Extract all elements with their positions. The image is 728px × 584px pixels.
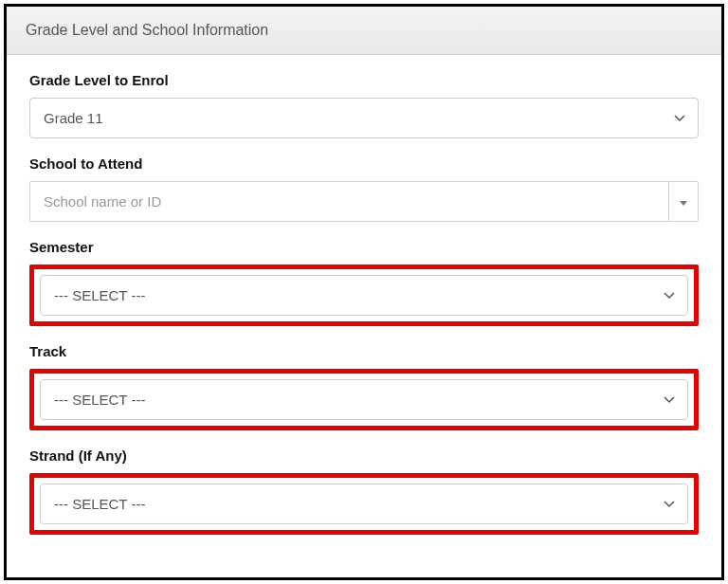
field-semester: Semester --- SELECT --- (29, 239, 699, 326)
semester-highlight: --- SELECT --- (29, 265, 699, 326)
track-value: --- SELECT --- (54, 392, 145, 408)
school-label: School to Attend (29, 155, 699, 172)
track-select-wrap: --- SELECT --- (40, 379, 688, 420)
track-highlight: --- SELECT --- (29, 369, 699, 430)
strand-select-wrap: --- SELECT --- (40, 484, 688, 524)
school-input[interactable]: School name or ID (29, 181, 668, 222)
grade-level-select[interactable]: Grade 11 (29, 98, 699, 138)
semester-select[interactable]: --- SELECT --- (40, 275, 688, 316)
panel-title: Grade Level and School Information (26, 22, 268, 38)
semester-value: --- SELECT --- (54, 287, 145, 303)
caret-down-icon (680, 193, 687, 210)
form-frame: Grade Level and School Information Grade… (4, 4, 724, 580)
field-strand: Strand (If Any) --- SELECT --- (29, 447, 699, 535)
school-dropdown-button[interactable] (668, 181, 699, 222)
strand-select[interactable]: --- SELECT --- (40, 484, 688, 524)
semester-select-wrap: --- SELECT --- (40, 275, 688, 316)
strand-label: Strand (If Any) (29, 447, 699, 464)
strand-highlight: --- SELECT --- (29, 473, 699, 535)
field-school: School to Attend School name or ID (29, 155, 699, 222)
field-track: Track --- SELECT --- (29, 343, 699, 430)
panel-body: Grade Level to Enrol Grade 11 School to … (7, 55, 721, 569)
semester-label: Semester (29, 239, 699, 255)
grade-level-select-wrap: Grade 11 (29, 98, 699, 138)
panel-header: Grade Level and School Information (7, 7, 721, 55)
field-grade-level: Grade Level to Enrol Grade 11 (29, 72, 699, 138)
strand-value: --- SELECT --- (54, 496, 145, 512)
track-select[interactable]: --- SELECT --- (40, 379, 688, 420)
grade-level-label: Grade Level to Enrol (29, 72, 699, 88)
track-label: Track (29, 343, 699, 359)
school-combobox: School name or ID (29, 181, 699, 222)
grade-level-value: Grade 11 (44, 110, 103, 126)
